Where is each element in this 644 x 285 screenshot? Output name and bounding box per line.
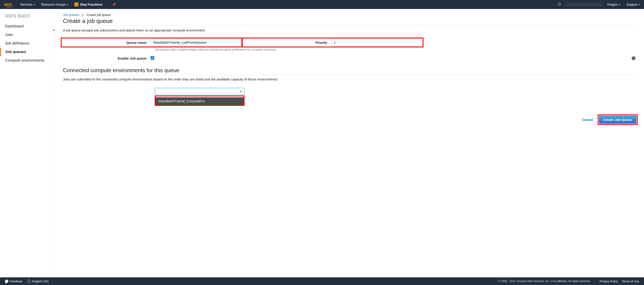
caret-down-icon: ▼	[240, 90, 242, 93]
caret-down-icon: ▾	[639, 3, 640, 6]
aws-logo-text: aws	[4, 2, 12, 6]
compute-env-dropdown[interactable]: ▼	[155, 88, 244, 95]
globe-icon	[28, 280, 31, 283]
nav-region-label: Oregon	[607, 3, 618, 6]
chevron-right-icon: ❯	[82, 14, 84, 16]
priority-help-text: Job queues with a higher integer value f…	[155, 48, 294, 51]
nav-support[interactable]: Support ▾	[626, 3, 640, 6]
info-icon[interactable]: i	[632, 56, 636, 60]
priority-label: Priority	[244, 41, 331, 44]
caret-down-icon: ▾	[34, 3, 35, 6]
create-job-queue-button[interactable]: Create Job Queue	[599, 116, 636, 124]
nav-step-functions[interactable]: Step Functions	[74, 2, 102, 6]
breadcrumb-current: Create job queue	[86, 13, 110, 17]
sidebar-item-compute-environments[interactable]: Compute environments	[5, 56, 53, 65]
enable-job-queue-label: Enable Job queue	[63, 56, 150, 60]
nav-services[interactable]: Services ▾	[20, 3, 35, 6]
caret-down-icon: ▾	[67, 3, 68, 6]
sidebar: AWS Batch Dashboard Jobs Job definitions…	[0, 9, 54, 277]
content: Job queues ❯ Create job queue Create a j…	[54, 9, 644, 277]
sidebar-title: AWS Batch	[5, 13, 53, 19]
nav-step-functions-label: Step Functions	[80, 3, 102, 6]
queue-name-input[interactable]	[150, 39, 240, 46]
divider	[63, 75, 638, 75]
privacy-policy-link[interactable]: Privacy Policy	[600, 280, 618, 283]
divider	[63, 26, 638, 26]
section-description: Jobs are submitted to the connected comp…	[63, 77, 638, 81]
page-title: Create a job queue	[63, 18, 638, 24]
nav-region[interactable]: Oregon ▾	[607, 3, 620, 6]
step-functions-icon	[74, 2, 78, 6]
section-title: Connected compute environments for this …	[63, 67, 638, 74]
sidebar-item-jobs[interactable]: Jobs	[5, 30, 53, 39]
compute-env-option[interactable]: StepsBatchTutorial_ComputeEnv	[156, 97, 244, 105]
pin-icon[interactable]: 📌	[112, 3, 116, 6]
sidebar-item-job-definitions[interactable]: Job definitions	[5, 39, 53, 48]
sidebar-collapse-handle[interactable]: ◀	[51, 26, 56, 34]
notifications-icon[interactable]	[558, 2, 561, 7]
copyright-text: © 2008 - 2019, Amazon Web Services, Inc.…	[498, 280, 590, 283]
breadcrumb: Job queues ❯ Create job queue	[63, 13, 638, 17]
form-actions: Cancel Create Job Queue	[63, 114, 638, 125]
language-selector[interactable]: English (US)	[28, 280, 48, 283]
aws-logo[interactable]: aws	[4, 2, 14, 7]
chevron-left-icon: ◀	[52, 29, 54, 31]
page-description: A job queue accepts job submissions and …	[63, 28, 638, 32]
language-label: English (US)	[32, 280, 48, 283]
nav-resource-groups[interactable]: Resource Groups ▾	[41, 3, 68, 6]
queue-name-label: Queue name	[63, 41, 150, 44]
enable-job-queue-checkbox[interactable]	[150, 56, 154, 60]
caret-down-icon: ▾	[619, 3, 620, 6]
sidebar-item-job-queues[interactable]: Job queues	[0, 48, 53, 56]
terms-of-use-link[interactable]: Terms of Use	[622, 280, 639, 283]
priority-input[interactable]	[331, 39, 421, 46]
nav-services-label: Services	[20, 3, 32, 6]
speech-bubble-icon	[4, 279, 9, 284]
account-menu[interactable]	[564, 2, 603, 6]
footer: Feedback English (US) © 2008 - 2019, Ama…	[0, 277, 644, 285]
top-nav: aws Services ▾ Resource Groups ▾ Step Fu…	[0, 0, 644, 9]
nav-resource-groups-label: Resource Groups	[41, 3, 66, 6]
feedback-label: Feedback	[10, 280, 22, 283]
breadcrumb-parent[interactable]: Job queues	[63, 13, 79, 17]
cancel-button[interactable]: Cancel	[582, 118, 593, 122]
nav-support-label: Support	[626, 3, 638, 6]
sidebar-item-dashboard[interactable]: Dashboard	[5, 22, 53, 30]
feedback-link[interactable]: Feedback	[5, 280, 22, 283]
